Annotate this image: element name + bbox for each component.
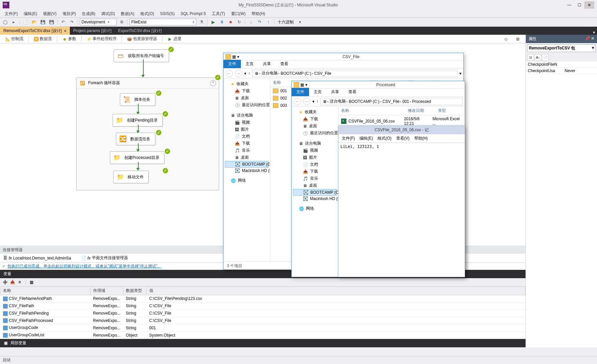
refresh-button[interactable]: ⚗ [198,18,205,26]
col-name[interactable]: 名称 [0,287,91,295]
grid-opts-button[interactable]: ▦ [28,279,34,285]
config-dropdown[interactable]: Development▼ [80,19,117,25]
table-row[interactable]: UserGroupCodeListRemoveExpo...ObjectSyst… [0,332,526,339]
file-dropdown[interactable]: FileExist▼ [130,19,196,25]
ribbon-share[interactable]: 共享 [258,60,276,68]
subtab-dataflow[interactable]: 🔀数据流 [30,35,55,43]
status-link[interactable]: 包执行已成功完成。单击此处以切换到设计模式，或者从"调试"菜单中选择"停止调试"… [7,263,161,269]
ribbon-share[interactable]: 共享 [326,88,344,96]
nav-up-button[interactable]: ↑ [248,71,250,76]
add-var-button[interactable]: ➕ [2,279,8,285]
breadcrumb[interactable]: 🖥▸ 这台电脑▸ BOOTCAMP (C:)▸ CSV_File [252,70,457,77]
menu-help[interactable]: 帮助(H) [249,10,268,17]
tree-item[interactable]: 🎬视频 [225,119,269,126]
config-mgr-button[interactable]: ⚙ [118,18,125,26]
new-button[interactable]: 📄 [22,18,29,26]
prop-row[interactable]: CheckpointUsa Never [526,68,597,74]
nav-back-button[interactable]: ← [294,98,301,105]
close-icon[interactable]: ✕ [64,29,66,33]
dropdown-icon[interactable]: ▾ [459,71,461,76]
conn-flatfile[interactable]: 📄 fx 平面文件连接管理器 [81,255,128,261]
notepad-menu-format[interactable]: 格式(O) [376,135,393,142]
menu-window[interactable]: 窗口(W) [229,10,248,17]
menu-project[interactable]: 项目(P) [60,10,79,17]
table-row[interactable]: CSV_FileNameAndPathRemoveExpo...StringC:… [0,295,526,303]
close-button[interactable]: ✕ [584,1,594,9]
properties-selector[interactable]: RemoveExportToCSV 包▾ [527,44,596,52]
menu-edit[interactable]: 编辑(E) [21,10,40,17]
toolbar-more-button[interactable]: ▾ [296,18,304,26]
restart-button[interactable]: ↻ [236,18,243,26]
col-name[interactable]: 名称 [338,107,405,115]
nav-up-button[interactable]: ↑ [316,99,318,104]
pause-button[interactable]: ⏸ [218,18,226,26]
menu-format[interactable]: 格式(O) [138,10,157,17]
collapse-button[interactable]: ⌃ [210,80,216,86]
minimize-button[interactable]: — [564,1,574,9]
foreach-container[interactable]: 🔁 Foreach 循环容器 ⌃ 📜 脚本任务 ✓ 📁 创建Pending目录 … [76,77,219,190]
tree-item[interactable]: 📥下载 [225,87,269,95]
nav-fwd-button[interactable]: → [235,70,242,77]
tree-item[interactable]: 🖼图片 [225,126,269,133]
ribbon-home[interactable]: 主页 [309,88,326,96]
tab-exporttocsv[interactable]: ExportToCSV.dtsx [设计] [115,27,165,35]
ribbon-file[interactable]: 文件 [292,88,309,96]
tree-item-bootcamp[interactable]: 💽BOOTCAMP (C:) [225,161,269,168]
subtab-explorer[interactable]: 📦包资源管理器 [124,35,160,43]
nav-back-button[interactable]: ◯ [1,18,9,26]
prop-pages-button[interactable]: 📄 [542,54,549,61]
tree-item[interactable]: 🖼图片 [293,154,337,161]
tree-item[interactable]: 💽Macintosh HD (D:) [225,168,269,174]
subtab-controlflow[interactable]: 📐控制流 [2,35,27,43]
tab-projectparams[interactable]: Project.params [设计] [70,27,115,35]
task-move-file[interactable]: 📁 移动文件 [113,171,149,183]
table-row[interactable]: CSV_FilePathProcessedRemoveExpo...String… [0,317,526,324]
tree-network[interactable]: 🌐网络 [225,177,269,184]
save-button[interactable]: 💾 [39,18,46,26]
subtab-expand-button[interactable]: ⊞ [512,36,524,42]
menu-ssis[interactable]: SSIS(S) [157,11,177,17]
step-over-button[interactable]: ↷ [256,18,263,26]
tree-item[interactable]: 🖥桌面 [225,95,269,102]
menu-tools[interactable]: 工具(T) [209,10,228,17]
nav-fwd-button[interactable]: → [303,98,310,105]
tree-computer[interactable]: 🖥这台电脑 [293,140,337,147]
ribbon-view[interactable]: 查看 [276,60,293,68]
tree-item[interactable]: 🖥桌面 [293,123,337,130]
start-button[interactable]: ▶ [209,18,217,26]
tree-item[interactable]: 🎬视频 [293,147,337,154]
notepad-menu-help[interactable]: 帮助(H) [412,135,430,142]
col-type[interactable]: 数据类型 [123,287,147,295]
table-row[interactable]: CSV_FilePathRemoveExpo...StringC:\CSV_Fi… [0,302,526,310]
tree-item[interactable]: 📥下载 [293,168,337,175]
tabs-dropdown-button[interactable]: ▾ [591,30,597,35]
tree-item[interactable]: 🎵音乐 [225,147,269,154]
tree-item[interactable]: 🖥桌面 [225,154,269,161]
tree-item[interactable]: 📄文档 [225,133,269,140]
ribbon-file[interactable]: 文件 [223,60,241,68]
tree-item-bootcamp[interactable]: 💽BOOTCAMP (C:) [293,189,337,196]
task-dataflow[interactable]: 🔀 数据流任务 [116,133,155,145]
menu-file[interactable]: 文件(F) [2,10,20,17]
table-row[interactable]: UserGroupCodeRemoveExpo...String001 [0,324,526,332]
maximize-button[interactable]: ☐ [574,1,584,9]
save-all-button[interactable]: 💾 [48,18,55,26]
explorer-tree[interactable]: ★收藏夹 📥下载 🖥桌面 🕐最近访问的位置 🖥这台电脑 🎬视频 🖼图片 📄文档 … [223,78,270,261]
step-out-button[interactable]: ↑ [265,18,272,26]
nav-fwd-button[interactable]: ▸ [10,18,17,26]
menu-data[interactable]: 数据(A) [118,10,137,17]
notepad-window[interactable]: CSVFile_2016_05_06.csv - 记 文件(F) 编辑(E) 格… [338,126,465,277]
menu-sqlprompt[interactable]: SQL Prompt 5 [178,11,209,17]
tree-favorites[interactable]: ★收藏夹 [225,80,269,87]
ribbon-home[interactable]: 主页 [241,60,258,68]
notepad-menu-file[interactable]: 文件(F) [340,135,357,142]
tree-item[interactable]: 🎵音乐 [293,175,337,182]
subtab-params[interactable]: ◆参数 [59,35,80,43]
alpha-sort-button[interactable]: A↓ [535,54,541,61]
move-var-button[interactable]: 📥 [9,279,15,285]
table-row[interactable]: CSV_FilePathPendingRemoveExpo...StringC:… [0,310,526,317]
notepad-menu-edit[interactable]: 编辑(E) [357,135,375,142]
tree-item[interactable]: 📥下载 [225,140,269,147]
tree-item[interactable]: 📄文档 [293,161,337,168]
tree-item[interactable]: 📥下载 [293,116,337,123]
